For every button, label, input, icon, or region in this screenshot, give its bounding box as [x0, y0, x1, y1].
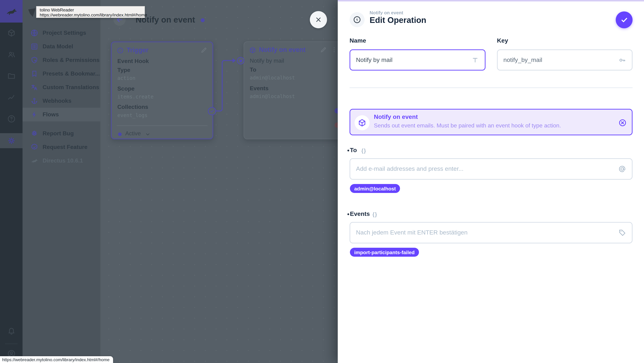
shield-icon [30, 56, 38, 64]
name-input[interactable]: Notify by mail [350, 49, 486, 71]
operation-type-icon-button [350, 12, 364, 27]
save-button[interactable] [616, 12, 632, 28]
module-files-button[interactable] [0, 68, 22, 84]
drawer-top-accent [338, 0, 644, 2]
module-docs-button[interactable] [0, 111, 22, 127]
app-window: Project Settings Data Model Roles & Perm… [0, 0, 644, 363]
sidebar-item-label: Roles & Permissions [42, 57, 100, 63]
notifications-button[interactable] [0, 323, 22, 339]
sidebar-item-report-bug[interactable]: Report Bug [22, 127, 100, 140]
badge-check-icon [30, 143, 38, 151]
bolt-icon [30, 111, 38, 119]
close-drawer-button[interactable] [310, 11, 327, 28]
title-icon [471, 56, 479, 64]
check-icon [210, 109, 214, 114]
at-icon [618, 165, 626, 173]
notice-description: Sends out event emails. Must be paired w… [374, 122, 561, 129]
sidebar-item-data-model[interactable]: Data Model [22, 40, 100, 53]
edit-trigger-icon[interactable] [200, 47, 208, 54]
key-icon [618, 56, 626, 64]
bell-icon [7, 326, 16, 335]
close-icon [314, 16, 322, 24]
rabbit-icon [30, 157, 38, 165]
key-input[interactable]: notify_by_mail [497, 49, 632, 71]
module-content-button[interactable] [0, 25, 22, 41]
operation-panel[interactable]: Notify on event Notify by mail To admin@… [244, 42, 338, 139]
operation-notice: Notify on event Sends out event emails. … [350, 109, 632, 135]
events-input-placeholder: Nach jedem Event mit ENTER bestätigen [356, 229, 618, 236]
edit-operation-icon[interactable] [320, 46, 327, 53]
bug-icon [30, 130, 38, 137]
sidebar-item-version: Directus 10.6.1 [22, 154, 100, 168]
operation-input-node[interactable] [237, 57, 244, 65]
sidebar-item-label: Flows [42, 111, 59, 118]
operation-panel-title: Notify on event [259, 46, 306, 54]
module-users-button[interactable] [0, 47, 22, 62]
trigger-row-label: Scope [117, 86, 134, 92]
sidebar-item-roles-permissions[interactable]: Roles & Permissions [22, 53, 100, 67]
cube-icon [358, 119, 366, 127]
notice-dismiss-icon[interactable] [618, 119, 627, 127]
trigger-row-value: event_logs [117, 112, 148, 118]
notice-cube-icon [354, 115, 370, 130]
rabbit-icon [5, 5, 17, 17]
sidebar-item-label: Project Settings [42, 30, 86, 36]
trigger-row-value: action [117, 75, 136, 81]
module-bar [0, 0, 22, 363]
events-chip[interactable]: import-participants-failed [350, 248, 419, 257]
operation-row-value: admin@localhost [250, 75, 295, 81]
help-icon [7, 115, 16, 123]
sidebar-item-custom-translations[interactable]: Custom Translations [22, 81, 100, 94]
zap-circle-icon [353, 16, 361, 24]
active-status-dot [118, 132, 122, 136]
sidebar-item-webhooks[interactable]: Webhooks [22, 94, 100, 108]
to-input[interactable]: Add e-mail addresses and press enter... [350, 158, 632, 180]
sidebar-item-label: Data Model [42, 43, 73, 50]
sidebar-item-request-feature[interactable]: Request Feature [22, 140, 100, 154]
sidebar-item-label: Presets & Bookmar... [42, 71, 100, 77]
zap-circle-icon [117, 47, 124, 54]
check-icon [620, 16, 628, 24]
to-input-placeholder: Add e-mail addresses and press enter... [356, 165, 618, 173]
operation-row-label: Events [250, 85, 268, 92]
drawer-breadcrumb: Notify on event [370, 10, 403, 16]
to-field-label: To [350, 147, 357, 154]
name-field-label: Name [350, 37, 366, 44]
events-input[interactable]: Nach jedem Event mit ENTER bestätigen [350, 222, 632, 243]
anchor-icon [30, 97, 38, 105]
flow-status-dot [201, 18, 205, 22]
translate-icon [30, 83, 38, 91]
trigger-row-value: items.create [117, 94, 154, 100]
people-icon [7, 50, 16, 59]
sidebar-item-presets-bookmarks[interactable]: Presets & Bookmar... [22, 67, 100, 81]
trigger-resolve-node[interactable] [208, 107, 216, 115]
tooltip-title: tolino WebReader [40, 8, 141, 13]
cube-icon [7, 29, 16, 37]
directus-logo[interactable] [0, 0, 22, 23]
trigger-panel[interactable]: Trigger Event Hook Type action Scope ite… [111, 42, 213, 139]
operation-menu-icon[interactable] [330, 46, 338, 53]
tag-icon [618, 229, 626, 237]
raw-value-toggle-icon[interactable]: {} [372, 211, 377, 217]
status-url-text: https://webreader.mytolino.com/library/i… [2, 357, 110, 362]
notice-title: Notify on event [374, 114, 418, 121]
events-field-label: Events [350, 210, 370, 218]
tooltip-url: https://webreader.mytolino.com/library/i… [40, 13, 141, 18]
module-settings-button[interactable] [0, 133, 22, 148]
trigger-panel-header: Trigger [117, 47, 148, 54]
cube-icon [249, 46, 256, 54]
trigger-panel-title: Trigger [127, 47, 148, 54]
sidebar-item-project-settings[interactable]: Project Settings [22, 26, 100, 40]
module-insights-button[interactable] [0, 90, 22, 105]
bookmark-icon [30, 70, 38, 78]
raw-value-toggle-icon[interactable]: {} [361, 148, 366, 154]
status-bar-url: https://webreader.mytolino.com/library/i… [0, 356, 113, 363]
flow-status-select[interactable]: Active [125, 130, 141, 137]
sidebar-item-flows[interactable]: Flows [22, 108, 100, 121]
sidebar-item-label: Webhooks [42, 98, 72, 104]
name-input-value: Notify by mail [356, 56, 471, 64]
flow-canvas[interactable]: Notify on event Trigger Event Hook Type … [100, 0, 338, 363]
operation-row-value: admin@localhost [250, 93, 295, 99]
insights-icon [7, 93, 16, 102]
to-chip[interactable]: admin@localhost [350, 184, 400, 193]
